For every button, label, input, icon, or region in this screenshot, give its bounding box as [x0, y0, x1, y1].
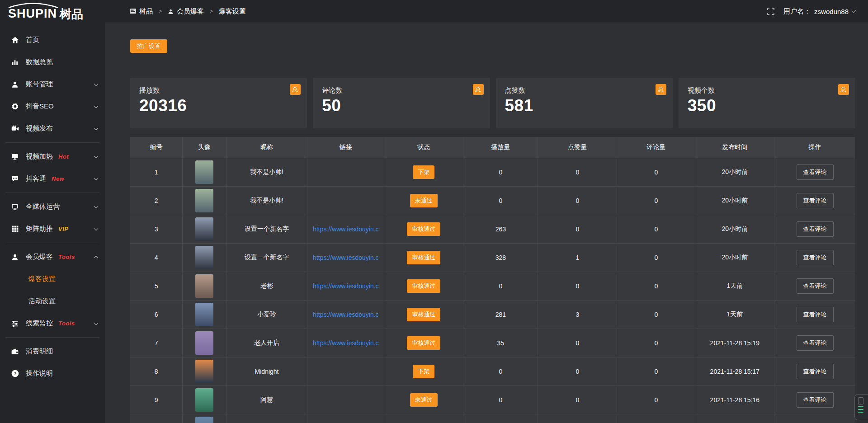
sidebar-item-member-baoke[interactable]: 会员爆客 Tools: [0, 246, 105, 268]
avatar: [195, 274, 213, 298]
sidebar-item-label: 首页: [26, 36, 39, 44]
table-row: 7 老人开店 https://www.iesdouyin.c 审核通过 35 0…: [130, 329, 855, 357]
sidebar-item-label: 抖客通: [26, 174, 46, 183]
status-badge[interactable]: 审核通过: [407, 251, 440, 264]
likes-count: 3: [538, 301, 617, 329]
app-icon: [130, 9, 136, 14]
sidebar-item-video-publish[interactable]: 视频发布: [0, 118, 105, 140]
breadcrumb-item-module[interactable]: 会员爆客: [168, 7, 204, 16]
row-id: 1: [130, 158, 182, 186]
view-comments-button[interactable]: 查看评论: [797, 392, 834, 408]
signal-dash: [858, 409, 863, 410]
status-badge[interactable]: 未通过: [410, 194, 438, 207]
promotion-settings-button[interactable]: 推广设置: [130, 39, 167, 53]
chat-icon: [11, 175, 19, 183]
status-badge[interactable]: 未通过: [410, 393, 438, 407]
sidebar-item-data-overview[interactable]: 数据总览: [0, 51, 105, 73]
sidebar-item-home[interactable]: 首页: [0, 29, 105, 51]
sidebar-item-label: 会员爆客: [26, 253, 53, 261]
user-menu[interactable]: 用户名：zswodun88: [783, 7, 855, 16]
plays-count: 0: [463, 158, 538, 186]
sidebar-subitem-activity-settings[interactable]: 活动设置: [0, 290, 105, 312]
sidebar-item-douyin-seo[interactable]: 抖音SEO: [0, 95, 105, 118]
row-id: 2: [130, 187, 182, 215]
sidebar-item-consumption-details[interactable]: 消费明细: [0, 340, 105, 362]
phone-icon: [858, 397, 863, 404]
nickname: 老彬: [226, 272, 307, 300]
view-comments-button[interactable]: 查看评论: [797, 335, 834, 351]
sidebar-item-matrix-boost[interactable]: 矩阵助推 VIP: [0, 218, 105, 240]
sidebar-subitem-baoke-settings[interactable]: 爆客设置: [0, 268, 105, 290]
fullscreen-icon[interactable]: [767, 8, 774, 15]
status-badge[interactable]: 审核通过: [407, 336, 440, 350]
table-row: 3 设置一个新名字 https://www.iesdouyin.c 审核通过 2…: [130, 215, 855, 243]
breadcrumb-separator: >: [210, 8, 213, 14]
publish-time: 20小时前: [695, 244, 774, 272]
nickname: 老人开店: [226, 329, 307, 357]
view-comments-button[interactable]: 查看评论: [797, 364, 834, 379]
video-link[interactable]: https://www.iesdouyin.c: [313, 226, 379, 233]
table-row: 6 小爱玲 https://www.iesdouyin.c 审核通过 281 3…: [130, 300, 855, 329]
view-comments-button[interactable]: 查看评论: [797, 221, 834, 237]
logo-area: SHUPIN 树品: [0, 3, 105, 20]
row-id: 3: [130, 215, 182, 243]
sidebar-item-video-heating[interactable]: 视频加热 Hot: [0, 146, 105, 168]
video-link[interactable]: https://www.iesdouyin.c: [313, 282, 379, 290]
vip-badge: VIP: [58, 226, 68, 232]
plays-count: 281: [463, 301, 538, 329]
sidebar-item-account-management[interactable]: 账号管理: [0, 73, 105, 95]
floating-widget[interactable]: [854, 394, 868, 420]
tools-badge: Tools: [58, 254, 75, 260]
likes-count: [538, 414, 617, 423]
status-badge[interactable]: 审核通过: [407, 279, 440, 293]
view-comments-button[interactable]: 查看评论: [797, 307, 834, 322]
col-header-status: 状态: [384, 137, 463, 158]
bar-chart-icon: [11, 58, 19, 66]
publish-time: 20小时前: [695, 158, 774, 186]
video-link[interactable]: https://www.iesdouyin.c: [313, 254, 379, 261]
status-badge[interactable]: 下架: [413, 165, 434, 179]
sidebar-item-instructions[interactable]: ? 操作说明: [0, 362, 105, 385]
avatar: [195, 360, 213, 383]
nickname: 阿慧: [226, 386, 307, 414]
stat-label: 播放数: [139, 86, 300, 95]
avatar: [195, 189, 213, 212]
video-link[interactable]: https://www.iesdouyin.c: [313, 339, 379, 347]
status-badge[interactable]: 下架: [413, 365, 434, 378]
sidebar-item-label: 消费明细: [26, 347, 53, 356]
sidebar-item-clue-monitor[interactable]: 线索监控 Tools: [0, 312, 105, 334]
stat-card-plays: 播放数 20316 总: [130, 78, 307, 128]
avatar: [195, 417, 213, 423]
status-badge[interactable]: 审核通过: [407, 308, 440, 321]
chevron-down-icon: [94, 103, 99, 108]
publish-time: 20小时前: [695, 187, 774, 215]
total-badge: 总: [838, 84, 849, 95]
stat-value: 581: [505, 96, 665, 115]
sidebar-item-label: 操作说明: [26, 369, 53, 378]
sidebar: 首页 数据总览 账号管理 抖音SEO 视频发布: [0, 23, 105, 423]
sidebar-item-all-media[interactable]: 全媒体运营: [0, 196, 105, 218]
view-comments-button[interactable]: 查看评论: [797, 193, 834, 208]
plays-count: 0: [463, 272, 538, 300]
avatar: [195, 331, 213, 355]
view-comments-button[interactable]: 查看评论: [797, 164, 834, 180]
comments-count: 0: [617, 329, 695, 357]
stat-card-likes: 点赞数 581 总: [496, 78, 673, 128]
breadcrumb: 树品 > 会员爆客 > 爆客设置: [130, 7, 246, 16]
view-comments-button[interactable]: 查看评论: [797, 250, 834, 265]
chevron-down-icon: [94, 176, 99, 180]
col-header-publish-time: 发布时间: [695, 137, 774, 158]
comments-count: 0: [617, 244, 695, 272]
user-icon: [11, 80, 19, 89]
publish-time: 2021-11-28 15:17: [695, 357, 774, 385]
status-badge[interactable]: 审核通过: [407, 222, 440, 236]
logo-text-cn: 树品: [60, 8, 83, 20]
video-link[interactable]: https://www.iesdouyin.c: [313, 311, 379, 318]
row-id: [130, 414, 182, 423]
sidebar-item-label: 视频加热: [26, 152, 53, 161]
likes-count: 0: [538, 386, 617, 414]
sidebar-item-douketong[interactable]: 抖客通 New: [0, 168, 105, 190]
plays-count: 263: [463, 215, 538, 243]
breadcrumb-item-root[interactable]: 树品: [130, 7, 153, 16]
view-comments-button[interactable]: 查看评论: [797, 278, 834, 294]
